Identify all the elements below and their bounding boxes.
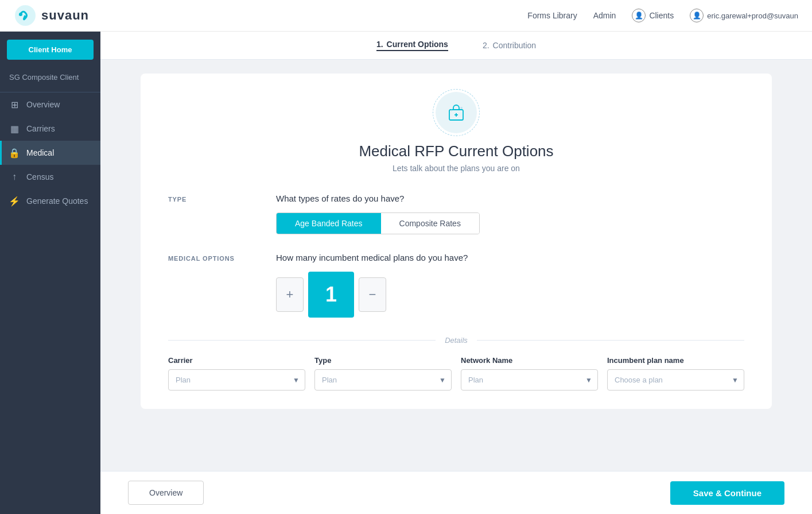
incumbent-plan-select[interactable]: Choose a plan — [607, 369, 744, 391]
admin-link[interactable]: Admin — [593, 11, 616, 20]
step-contribution[interactable]: 2. Contribution — [483, 41, 536, 50]
page-title: Medical RFP Current Options — [168, 142, 744, 160]
client-name: SG Composite Client — [0, 68, 100, 92]
medical-icon: 🔒 — [9, 148, 20, 158]
plan-details-row: Carrier Plan ▼ Type Plan — [168, 356, 744, 391]
decrement-button[interactable]: − — [359, 277, 386, 312]
medical-options-label: MEDICAL OPTIONS — [168, 253, 248, 318]
carriers-icon: ▦ — [9, 123, 20, 134]
step-current-options[interactable]: 1. Current Options — [376, 40, 448, 51]
form-area: Medical RFP Current Options Lets talk ab… — [100, 60, 812, 471]
step-1-label: Current Options — [387, 40, 448, 49]
sidebar-item-generate-quotes[interactable]: ⚡ Generate Quotes — [0, 189, 100, 213]
sidebar-item-medical[interactable]: 🔒 Medical — [0, 141, 100, 165]
forms-library-link[interactable]: Forms Library — [527, 11, 577, 20]
medical-bag-icon — [446, 102, 467, 123]
bottom-bar: Overview Save & Continue — [100, 471, 812, 514]
card-header: Medical RFP Current Options Lets talk ab… — [168, 92, 744, 173]
census-icon: ↑ — [9, 172, 20, 182]
composite-rates-button[interactable]: Composite Rates — [381, 213, 479, 234]
nav-right: Forms Library Admin 👤 Clients 👤 eric.gar… — [527, 9, 798, 22]
network-name-select-wrapper: Plan ▼ — [461, 369, 598, 391]
rate-toggle: Age Banded Rates Composite Rates — [276, 212, 480, 234]
type-field-label: Type — [314, 356, 452, 365]
type-field: Type Plan ▼ — [314, 356, 452, 391]
generate-quotes-icon: ⚡ — [9, 196, 20, 206]
details-label: Details — [445, 336, 468, 345]
steps-bar: 1. Current Options 2. Contribution — [100, 32, 812, 60]
type-select[interactable]: Plan — [314, 369, 452, 391]
type-content: What types of rates do you have? Age Ban… — [276, 194, 744, 234]
sidebar-item-overview[interactable]: ⊞ Overview — [0, 92, 100, 117]
user-label: eric.garewal+prod@suvaun — [707, 11, 798, 20]
overview-icon: ⊞ — [9, 99, 20, 110]
type-question: What types of rates do you have? — [276, 194, 744, 203]
client-home-button[interactable]: Client Home — [7, 40, 94, 60]
main-content: 1. Current Options 2. Contribution — [100, 32, 812, 514]
incumbent-plan-select-wrapper: Choose a plan ▼ — [607, 369, 744, 391]
clients-icon: 👤 — [632, 9, 646, 22]
network-name-select[interactable]: Plan — [461, 369, 598, 391]
sidebar-item-label-generate-quotes: Generate Quotes — [26, 196, 88, 206]
step-1-number: 1. — [376, 40, 383, 49]
sidebar-item-census[interactable]: ↑ Census — [0, 165, 100, 189]
sidebar-item-carriers[interactable]: ▦ Carriers — [0, 117, 100, 141]
svg-point-1 — [19, 13, 22, 16]
clients-nav[interactable]: 👤 Clients — [632, 9, 674, 22]
sidebar: Client Home SG Composite Client ⊞ Overvi… — [0, 32, 100, 514]
overview-button[interactable]: Overview — [128, 481, 204, 505]
top-nav: suvaun Forms Library Admin 👤 Clients 👤 e… — [0, 0, 812, 32]
sidebar-item-label-overview: Overview — [26, 100, 60, 109]
medical-options-section: MEDICAL OPTIONS How many incumbent medic… — [168, 253, 744, 318]
svg-point-5 — [460, 107, 463, 109]
medical-options-question: How many incumbent medical plans do you … — [276, 253, 744, 262]
incumbent-plan-label: Incumbent plan name — [607, 356, 744, 365]
carrier-field: Carrier Plan ▼ — [168, 356, 305, 391]
page-subtitle: Lets talk about the plans you are on — [168, 164, 744, 173]
logo-area: suvaun — [14, 4, 89, 27]
carrier-label: Carrier — [168, 356, 305, 365]
age-banded-rates-button[interactable]: Age Banded Rates — [277, 213, 381, 234]
save-continue-button[interactable]: Save & Continue — [670, 481, 784, 505]
sidebar-item-label-medical: Medical — [26, 148, 54, 157]
user-nav[interactable]: 👤 eric.garewal+prod@suvaun — [690, 9, 798, 22]
incumbent-plan-field: Incumbent plan name Choose a plan ▼ — [607, 356, 744, 391]
plan-counter: + 1 − — [276, 272, 744, 318]
svg-point-6 — [451, 110, 453, 111]
app-body: Client Home SG Composite Client ⊞ Overvi… — [0, 32, 812, 514]
type-select-wrapper: Plan ▼ — [314, 369, 452, 391]
svg-rect-2 — [449, 110, 463, 120]
user-avatar-icon: 👤 — [690, 9, 704, 22]
medical-options-content: How many incumbent medical plans do you … — [276, 253, 744, 318]
sidebar-item-label-census: Census — [26, 172, 53, 181]
sidebar-item-label-carriers: Carriers — [26, 124, 55, 133]
network-name-field: Network Name Plan ▼ — [461, 356, 598, 391]
details-divider: Details — [168, 336, 744, 345]
suvaun-logo — [14, 4, 37, 27]
step-2-number: 2. — [483, 41, 489, 50]
counter-value: 1 — [308, 272, 354, 318]
type-section: TYPE What types of rates do you have? Ag… — [168, 194, 744, 234]
increment-button[interactable]: + — [276, 277, 304, 312]
type-label: TYPE — [168, 194, 248, 234]
logo-text: suvaun — [41, 8, 89, 23]
carrier-select[interactable]: Plan — [168, 369, 305, 391]
network-name-label: Network Name — [461, 356, 598, 365]
card-icon-wrapper — [436, 92, 477, 133]
clients-label: Clients — [649, 11, 674, 20]
carrier-select-wrapper: Plan ▼ — [168, 369, 305, 391]
step-2-label: Contribution — [493, 41, 537, 50]
form-card: Medical RFP Current Options Lets talk ab… — [141, 74, 772, 409]
